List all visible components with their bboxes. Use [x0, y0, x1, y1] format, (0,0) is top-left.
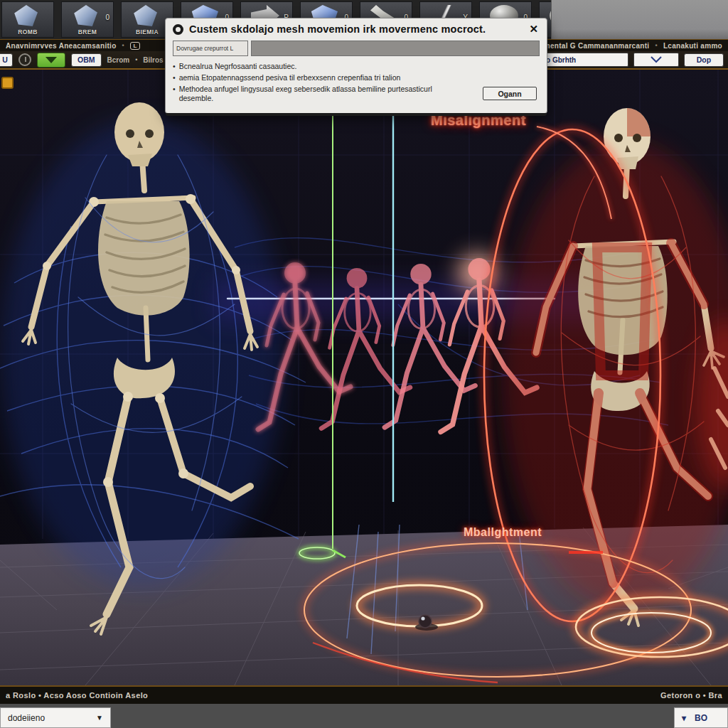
- asset-tile-label: ROMB: [2, 28, 53, 36]
- dialog-bullet-text: aemia Etopatennagssend pesiva til erbexx…: [179, 73, 401, 82]
- menu-item-left[interactable]: Anavnimrvves Aneacamsanitio: [6, 42, 117, 50]
- asset-tile-badge: 0: [105, 14, 109, 21]
- mode-dropdown[interactable]: [633, 53, 679, 67]
- dialog-field-label: Dovrugae crepurrot L: [173, 41, 248, 56]
- crystal-icon: [12, 5, 41, 26]
- dialog-bullet-text: Bcnealrua Negrfosaanti casaautiec.: [179, 62, 297, 71]
- mode-select-dropdown[interactable]: dodeiieno ▼: [0, 707, 111, 728]
- dialog-circle-icon: [173, 24, 183, 35]
- chevron-down-icon: ▾: [682, 713, 686, 723]
- app-window: ROMB BREM0 BIEMIA 0 P 0 0 Y 0 0 Anavnimr…: [0, 0, 728, 728]
- dialog-titlebar: Custem skdolajo mesh movemion irk moverm…: [173, 23, 540, 36]
- u-button[interactable]: U: [0, 53, 13, 67]
- bcrom-label[interactable]: Bcrom: [107, 56, 130, 64]
- asset-tile-label: BREM: [62, 28, 113, 36]
- bilros-label[interactable]: Bilros: [143, 56, 163, 64]
- status-separator: •: [703, 691, 706, 700]
- bottom-strip: dodeiieno ▼ ▾ BO: [0, 704, 728, 728]
- menu-separator: •: [122, 42, 124, 49]
- dialog-custom-skeletal-mesh: Custem skdolajo mesh movemion irk moverm…: [165, 18, 547, 114]
- status-separator: •: [38, 691, 41, 700]
- chevron-down-icon: [46, 57, 57, 63]
- status-bar: a Roslo • Acso Aoso Contioin Aselo Getor…: [0, 685, 728, 704]
- chevron-down-icon: [651, 56, 662, 63]
- status-right-text: Getoron o: [660, 691, 700, 700]
- clock-icon[interactable]: [18, 53, 31, 66]
- close-icon[interactable]: ✕: [528, 23, 540, 36]
- bullet-icon: •: [173, 85, 176, 103]
- dialog-ok-button[interactable]: Ogann: [483, 87, 537, 100]
- bullet-icon: •: [173, 62, 176, 71]
- dialog-bullet-text: Methodea anfugel lingysusal exeg seberse…: [179, 85, 469, 103]
- toolbar-dot: •: [135, 56, 137, 63]
- menu-separator: •: [655, 42, 657, 49]
- confirm-dropdown-button[interactable]: [37, 53, 65, 68]
- menu-item-right-2[interactable]: Lcanakuti ammo: [663, 42, 722, 50]
- chevron-down-icon: ▼: [96, 714, 103, 722]
- crystal-icon: [132, 5, 160, 26]
- dop-button[interactable]: Dop: [684, 53, 724, 67]
- asset-tile-brem[interactable]: BREM0: [61, 1, 114, 38]
- viewport-3d[interactable]: Misalignment Mballghtment: [0, 70, 728, 685]
- bottom-right-value: BO: [695, 713, 707, 723]
- top-right-panel: [551, 0, 728, 39]
- viewport-bookmark-icon[interactable]: [1, 77, 14, 89]
- mode-select-value: dodeiieno: [8, 713, 45, 723]
- obm-button[interactable]: OBM: [71, 53, 102, 67]
- viewport-scene: [0, 70, 728, 685]
- dialog-text-input[interactable]: [251, 41, 540, 56]
- l-badge-icon[interactable]: L: [130, 42, 140, 50]
- bullet-icon: •: [173, 73, 176, 82]
- asset-tile-romb[interactable]: ROMB: [1, 1, 54, 38]
- bottom-right-dropdown[interactable]: ▾ BO: [674, 707, 728, 728]
- dialog-title: Custem skdolajo mesh movemion irk moverm…: [189, 23, 522, 35]
- status-left-text-2: Acso Aoso Contioin Aselo: [43, 691, 148, 700]
- status-right-text-2: Bra: [708, 691, 722, 700]
- status-left-text: a Roslo: [6, 691, 36, 700]
- crystal-icon: [72, 5, 100, 26]
